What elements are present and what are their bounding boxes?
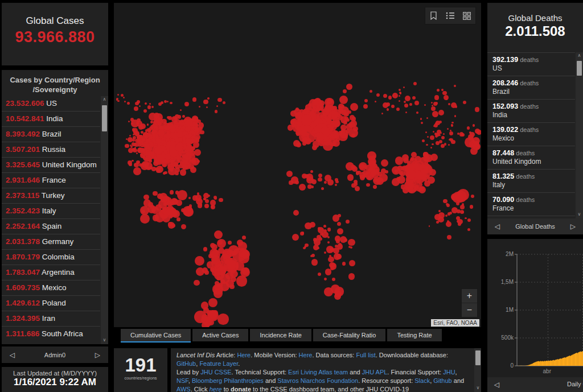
case-row[interactable]: 23.532.606 US	[2, 96, 100, 111]
cases-country-list[interactable]: 23.532.606 US10.542.841 India8.393.492 B…	[2, 96, 100, 344]
case-value: 2.931.646	[6, 176, 40, 184]
credits-text-segment: ,	[455, 369, 457, 376]
tab-case-fatality-ratio[interactable]: Case-Fatality Ratio	[313, 329, 386, 341]
daily-cases-chart[interactable]	[517, 254, 583, 366]
map-dot	[432, 111, 438, 117]
death-row[interactable]: 139.022 deathsMexico	[487, 122, 575, 146]
scroll-down-icon[interactable]: ∨	[576, 211, 583, 218]
credits-text-segment: Lancet Inf Dis	[176, 352, 215, 358]
basemap-icon[interactable]	[461, 10, 473, 22]
map-dot	[231, 277, 236, 282]
legend-icon[interactable]	[444, 10, 457, 22]
case-country: France	[40, 176, 66, 184]
case-row[interactable]: 2.252.164 Spain	[2, 218, 100, 234]
tab-incidence-rate[interactable]: Incidence Rate	[250, 329, 311, 341]
case-row[interactable]: 1.870.179 Colombia	[2, 249, 100, 265]
death-row[interactable]: 152.093 deathsIndia	[487, 99, 575, 122]
zoom-out-button[interactable]: −	[462, 303, 477, 317]
case-row[interactable]: 3.325.645 United Kingdom	[2, 157, 100, 172]
map-dot	[321, 187, 324, 190]
map-dot	[299, 184, 306, 191]
map-dot	[457, 220, 459, 222]
y-tick-label: 500k	[491, 335, 514, 341]
tab-active-cases[interactable]: Active Cases	[192, 329, 248, 341]
case-value: 3.507.201	[6, 145, 40, 154]
map-dot	[430, 154, 438, 161]
map-dot	[467, 126, 470, 130]
case-row[interactable]: 2.031.378 Germany	[2, 234, 100, 249]
cases-list-scrollbar[interactable]: ∧ ∨	[101, 96, 108, 344]
scrollbar-thumb[interactable]	[577, 61, 582, 76]
death-country: US	[492, 64, 574, 73]
credits-link[interactable]: Stavros Niarchos Foundation	[277, 377, 358, 384]
case-row[interactable]: 1.609.735 Mexico	[2, 280, 100, 295]
case-row[interactable]: 1.429.612 Poland	[2, 295, 100, 311]
bookmark-icon[interactable]	[428, 10, 440, 22]
case-row[interactable]: 2.373.115 Turkey	[2, 188, 100, 203]
pager-next-icon[interactable]: ▷	[95, 351, 100, 359]
credits-link[interactable]: Full list	[356, 352, 376, 358]
credits-link[interactable]: Here	[299, 352, 313, 358]
map-dot	[325, 269, 332, 275]
case-row[interactable]: 3.507.201 Russia	[2, 142, 100, 157]
tab-cumulative-cases[interactable]: Cumulative Cases	[121, 329, 191, 343]
death-row[interactable]: 208.246 deathsBrazil	[487, 76, 575, 99]
case-row[interactable]: 1.324.395 Iran	[2, 311, 100, 326]
scroll-down-icon[interactable]: ∨	[474, 385, 481, 392]
map-dot	[147, 105, 151, 109]
map-dot	[236, 275, 248, 287]
scrollbar-thumb[interactable]	[102, 105, 107, 131]
credits-link[interactable]: Github	[433, 377, 451, 384]
world-map[interactable]: + − Esri, FAO, NOAA	[114, 3, 481, 327]
zoom-in-button[interactable]: +	[462, 289, 477, 303]
credits-link[interactable]: JHU	[443, 369, 455, 376]
pager-prev-icon[interactable]: ◁	[495, 222, 500, 230]
map-dot	[346, 220, 350, 224]
credits-link[interactable]: Bloomberg Philanthropies	[192, 377, 264, 384]
map-dot	[383, 94, 387, 98]
credits-link[interactable]: here	[210, 386, 222, 392]
tab-testing-rate[interactable]: Testing Rate	[387, 329, 441, 341]
credits-link[interactable]: Feature Layer	[199, 360, 238, 367]
deaths-country-list[interactable]: 392.139 deathsUS208.246 deathsBrazil152.…	[487, 52, 575, 218]
credits-link[interactable]: JHU CSSE	[200, 369, 231, 376]
death-country: United Kingdom	[492, 158, 574, 166]
map-dot	[325, 175, 331, 181]
death-row[interactable]: 70.090 deathsFrance	[487, 192, 575, 216]
death-row[interactable]: 392.139 deathsUS	[487, 52, 575, 76]
case-row[interactable]: 2.352.423 Italy	[2, 203, 100, 218]
credits-link[interactable]: Here	[237, 352, 251, 358]
pager-prev-icon[interactable]: ◁	[10, 351, 15, 359]
case-row[interactable]: 1.311.686 South Africa	[2, 326, 100, 341]
death-row[interactable]: 81.325 deathsItaly	[487, 169, 575, 192]
credits-link[interactable]: NSF	[176, 377, 188, 384]
map-dot	[338, 108, 343, 113]
death-value: 139.022	[492, 126, 518, 134]
map-dot	[216, 276, 221, 280]
scroll-up-icon[interactable]: ∧	[101, 96, 108, 104]
deaths-list-scrollbar[interactable]: ∧ ∨	[576, 52, 583, 218]
case-row[interactable]: 10.542.841 India	[2, 111, 100, 126]
map-dot	[438, 134, 441, 137]
credits-scrollbar[interactable]: ∨	[474, 348, 481, 392]
credits-link[interactable]: JHU APL	[362, 369, 388, 376]
death-row[interactable]: 87.448 deathsUnited Kingdom	[487, 146, 575, 169]
scrollbar-thumb[interactable]	[475, 350, 481, 365]
case-row[interactable]: 1.783.047 Argentina	[2, 265, 100, 280]
map-dot	[128, 137, 133, 142]
map-dot	[326, 246, 334, 253]
case-row[interactable]: 8.393.492 Brazil	[2, 126, 100, 142]
scroll-down-icon[interactable]: ∨	[101, 337, 108, 344]
pager-next-icon[interactable]: ▷	[570, 222, 576, 230]
map-dot	[161, 101, 163, 104]
case-row[interactable]: 2.931.646 France	[2, 172, 100, 188]
scroll-up-icon[interactable]: ∧	[576, 52, 583, 60]
credits-link[interactable]: GitHub	[176, 360, 196, 367]
credits-link[interactable]: Esri Living Atlas team	[288, 369, 348, 376]
map-dot	[142, 210, 145, 213]
map-dot	[320, 114, 323, 118]
credits-link[interactable]: AWS	[176, 386, 191, 392]
credits-link[interactable]: Slack	[414, 377, 430, 384]
map-dot	[475, 107, 480, 112]
pager-prev-icon[interactable]: ◁	[494, 381, 499, 389]
